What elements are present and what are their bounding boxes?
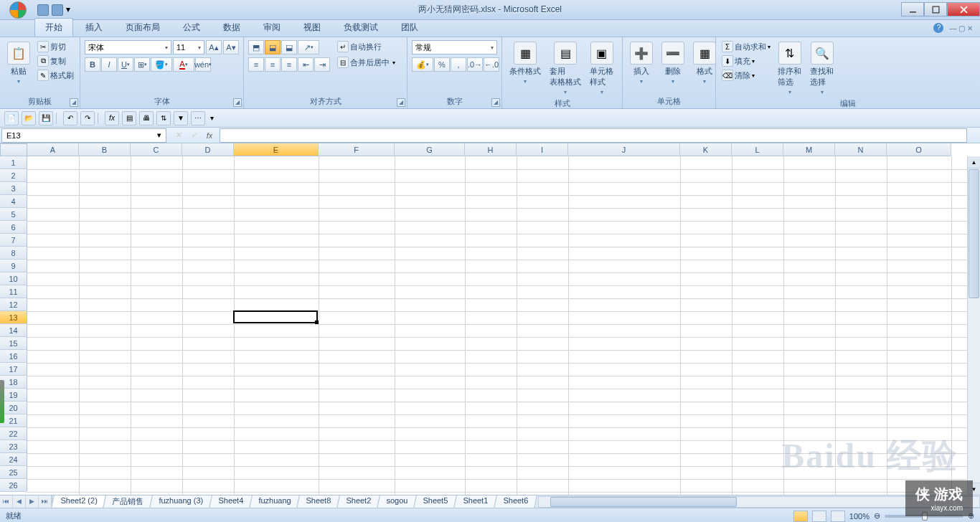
format-as-table-button[interactable]: ▤套用 表格格式▾ xyxy=(547,40,584,97)
qat2-sort-icon[interactable]: ⇅ xyxy=(156,111,171,125)
insert-function-button[interactable]: fx xyxy=(202,129,217,142)
qat2-fx-icon[interactable]: fx xyxy=(105,111,119,125)
ribbon-tab-团队[interactable]: 团队 xyxy=(390,18,429,37)
delete-cells-button[interactable]: ➖删除▾ xyxy=(659,40,687,86)
selected-cell[interactable] xyxy=(233,310,318,323)
scroll-thumb[interactable] xyxy=(550,497,737,507)
find-select-button[interactable]: 🔍查找和 选择▾ xyxy=(807,40,837,97)
row-header-5[interactable]: 5 xyxy=(0,208,27,221)
sheet-tab-Sheet1[interactable]: Sheet1 xyxy=(453,495,497,508)
sort-filter-button[interactable]: ⇅排序和 筛选▾ xyxy=(775,40,804,97)
wrap-text-button[interactable]: ↵自动换行 xyxy=(336,40,397,53)
column-header-E[interactable]: E xyxy=(234,143,319,156)
scroll-down-arrow-icon[interactable]: ▼ xyxy=(968,483,980,495)
row-header-11[interactable]: 11 xyxy=(0,285,27,298)
row-header-24[interactable]: 24 xyxy=(0,453,27,466)
sheet-nav-prev-button[interactable]: ◀ xyxy=(13,495,26,508)
column-header-J[interactable]: J xyxy=(568,143,680,156)
sheet-tab-fuzhuang (3)[interactable]: fuzhuang (3) xyxy=(149,495,212,508)
qat2-undo-icon[interactable]: ↶ xyxy=(63,111,77,125)
horizontal-scrollbar[interactable] xyxy=(538,496,980,508)
increase-decimal-button[interactable]: .0→ xyxy=(467,57,483,72)
row-header-23[interactable]: 23 xyxy=(0,440,27,453)
sheet-tab-Sheet6[interactable]: Sheet6 xyxy=(494,495,537,508)
scroll-up-arrow-icon[interactable]: ▲ xyxy=(968,156,980,169)
number-dialog-launcher[interactable]: ◢ xyxy=(491,98,500,107)
row-header-14[interactable]: 14 xyxy=(0,324,27,337)
qat2-redo-icon[interactable]: ↷ xyxy=(80,111,95,125)
sheet-nav-last-button[interactable]: ⏭ xyxy=(39,495,52,508)
font-color-button[interactable]: A▾ xyxy=(173,57,194,72)
bold-button[interactable]: B xyxy=(85,57,100,72)
row-header-25[interactable]: 25 xyxy=(0,466,27,479)
column-header-M[interactable]: M xyxy=(783,143,835,156)
qat2-open-icon[interactable]: 📂 xyxy=(22,111,36,125)
qat-dropdown-icon[interactable]: ▾ xyxy=(66,4,73,16)
format-painter-button[interactable]: ✎格式刷 xyxy=(36,69,75,82)
row-header-3[interactable]: 3 xyxy=(0,182,27,195)
column-header-N[interactable]: N xyxy=(835,143,887,156)
sheet-nav-first-button[interactable]: ⏮ xyxy=(0,495,13,508)
ribbon-tab-负载测试[interactable]: 负载测试 xyxy=(333,18,389,37)
qat2-print-icon[interactable]: 🖶 xyxy=(139,111,154,125)
row-header-2[interactable]: 2 xyxy=(0,169,27,182)
align-top-button[interactable]: ⬒ xyxy=(248,40,264,54)
sheet-tab-Sheet8[interactable]: Sheet8 xyxy=(296,495,340,508)
font-dialog-launcher[interactable]: ◢ xyxy=(233,98,242,107)
ribbon-tab-数据[interactable]: 数据 xyxy=(212,18,251,37)
ribbon-tab-审阅[interactable]: 审阅 xyxy=(253,18,291,37)
ribbon-tab-页面布局[interactable]: 页面布局 xyxy=(115,18,171,37)
autosum-button[interactable]: Σ自动求和▾ xyxy=(720,40,772,53)
format-cells-button[interactable]: ▦格式▾ xyxy=(690,40,719,86)
zoom-in-button[interactable]: ⊕ xyxy=(968,511,974,521)
clear-button[interactable]: ⌫清除▾ xyxy=(720,69,772,82)
ribbon-tab-公式[interactable]: 公式 xyxy=(172,18,211,37)
column-header-A[interactable]: A xyxy=(27,143,79,156)
insert-cells-button[interactable]: ➕插入▾ xyxy=(627,40,656,86)
decrease-decimal-button[interactable]: ←.0 xyxy=(484,57,499,72)
office-button[interactable] xyxy=(3,0,33,20)
ribbon-tab-插入[interactable]: 插入 xyxy=(75,18,113,37)
qat-save-icon[interactable] xyxy=(37,4,49,16)
row-header-22[interactable]: 22 xyxy=(0,427,27,440)
row-header-26[interactable]: 26 xyxy=(0,479,27,492)
row-header-15[interactable]: 15 xyxy=(0,337,27,350)
qat-undo-icon[interactable] xyxy=(52,4,63,16)
merge-center-button[interactable]: ⊟合并后居中▾ xyxy=(336,56,397,69)
zoom-slider-thumb[interactable] xyxy=(922,512,928,521)
currency-button[interactable]: 💰▾ xyxy=(412,57,433,72)
column-header-H[interactable]: H xyxy=(465,143,517,156)
column-header-K[interactable]: K xyxy=(680,143,732,156)
row-header-4[interactable]: 4 xyxy=(0,195,27,208)
maximize-button[interactable] xyxy=(924,2,947,16)
column-header-G[interactable]: G xyxy=(395,143,465,156)
column-header-C[interactable]: C xyxy=(131,143,182,156)
select-all-corner[interactable] xyxy=(0,143,27,156)
enter-formula-button[interactable]: ✓ xyxy=(187,129,201,142)
name-box[interactable]: E13▾ xyxy=(1,128,166,143)
help-icon[interactable]: ? xyxy=(933,23,943,33)
row-header-9[interactable]: 9 xyxy=(0,260,27,272)
fill-button[interactable]: ⬇填充▾ xyxy=(720,54,772,67)
row-header-1[interactable]: 1 xyxy=(0,156,27,169)
qat2-new-icon[interactable]: 📄 xyxy=(4,111,19,125)
close-button[interactable] xyxy=(947,2,980,16)
minimize-ribbon-button[interactable]: — ▢ ✕ xyxy=(949,24,973,32)
cut-button[interactable]: ✂剪切 xyxy=(36,40,75,53)
align-bottom-button[interactable]: ⬓ xyxy=(281,40,297,54)
sheet-tab-Sheet4[interactable]: Sheet4 xyxy=(209,495,253,508)
zoom-out-button[interactable]: ⊖ xyxy=(874,511,880,521)
ribbon-tab-视图[interactable]: 视图 xyxy=(293,18,331,37)
sheet-tab-fuzhuang[interactable]: fuzhuang xyxy=(249,495,300,508)
number-format-combo[interactable]: 常规▾ xyxy=(412,40,497,54)
qat2-chart-icon[interactable]: ▤ xyxy=(122,111,136,125)
page-break-view-button[interactable] xyxy=(831,511,845,522)
row-header-13[interactable]: 13 xyxy=(0,311,27,324)
normal-view-button[interactable] xyxy=(793,511,808,522)
minimize-button[interactable] xyxy=(901,2,924,16)
underline-button[interactable]: U▾ xyxy=(118,57,133,72)
qat2-filter-icon[interactable]: ▼ xyxy=(174,111,188,125)
copy-button[interactable]: ⧉复制 xyxy=(36,54,75,67)
align-middle-button[interactable]: ⬓ xyxy=(265,40,281,54)
column-header-F[interactable]: F xyxy=(319,143,395,156)
